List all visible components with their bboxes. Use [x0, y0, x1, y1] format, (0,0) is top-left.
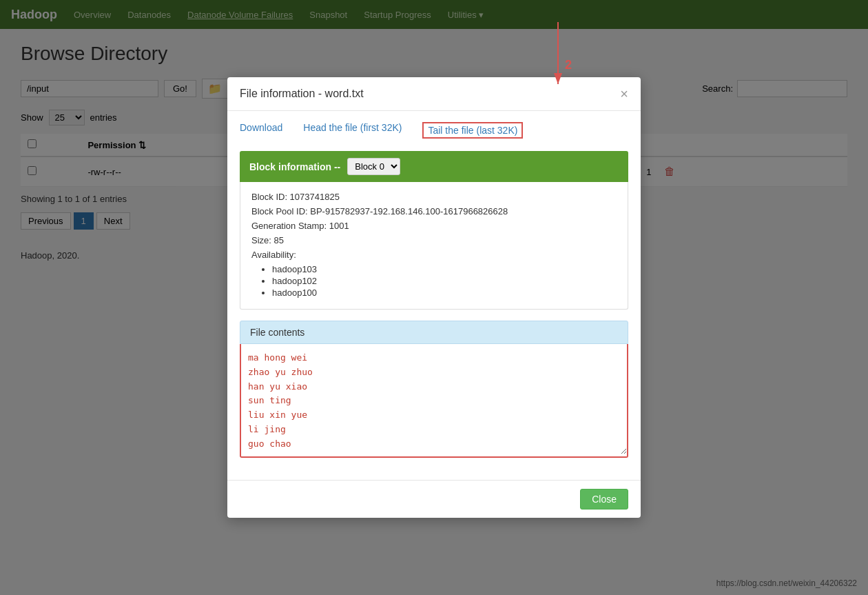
modal-dialog: 2 File information - word.txt × Download… [227, 77, 641, 274]
modal-close-x[interactable]: × [620, 87, 628, 101]
annotation-2: 2 [565, 58, 572, 72]
availability-label: Availability: [251, 250, 617, 260]
block-select[interactable]: Block 0 [347, 158, 400, 175]
block-info-section: Block information -- Block 0 [240, 151, 628, 182]
block-info-label: Block information -- [249, 161, 340, 172]
block-pool-id: Block Pool ID: BP-915782937-192.168.146.… [251, 206, 617, 216]
modal-header: File information - word.txt × [227, 77, 641, 111]
tail-file-link[interactable]: Tail the file (last 32K) [422, 122, 523, 139]
generation-stamp: Generation Stamp: 1001 [251, 221, 617, 231]
download-link[interactable]: Download [240, 122, 282, 139]
modal-overlay[interactable]: 2 File information - word.txt × Download… [0, 0, 868, 274]
block-details: Block ID: 1073741825 Block Pool ID: BP-9… [240, 182, 628, 274]
availability-nodes: hadoop103 hadoop102 hadoop100 [272, 264, 617, 274]
modal-title: File information - word.txt [240, 88, 364, 100]
modal-links: Download Head the file (first 32K) Tail … [240, 122, 628, 139]
node-0: hadoop103 [272, 264, 617, 274]
head-file-link[interactable]: Head the file (first 32K) [303, 122, 402, 139]
block-id: Block ID: 1073741825 [251, 192, 617, 202]
block-size-info: Size: 85 [251, 235, 617, 245]
modal-body: Download Head the file (first 32K) Tail … [227, 111, 641, 274]
